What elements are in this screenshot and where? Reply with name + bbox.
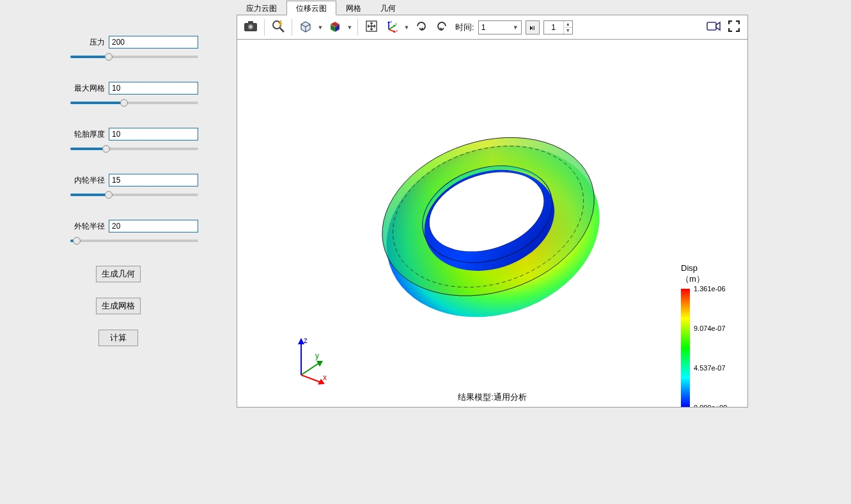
svg-line-30: [301, 375, 322, 383]
axis-orientation-button[interactable]: zyx: [382, 18, 402, 37]
legend-title: Disp （m）: [681, 263, 738, 285]
rotate-cw-button[interactable]: [412, 18, 431, 37]
inner-radius-slider[interactable]: [70, 190, 198, 199]
time-select[interactable]: 1 ▼: [478, 20, 522, 34]
svg-line-5: [280, 28, 284, 32]
max-mesh-input[interactable]: [109, 82, 198, 95]
xyz-axes-icon: zyx: [385, 19, 399, 35]
rotate-ccw-icon: [435, 20, 448, 34]
frame-spinner-down[interactable]: ▼: [564, 27, 572, 34]
transparency-dropdown[interactable]: ▼: [316, 18, 324, 37]
tab-geometry[interactable]: 几何: [371, 1, 405, 15]
legend-color-bar: [681, 289, 690, 408]
tire-thickness-label: 轮胎厚度: [74, 129, 105, 140]
max-mesh-label: 最大网格: [74, 83, 105, 94]
tab-stress[interactable]: 应力云图: [237, 1, 286, 15]
transparency-button[interactable]: [296, 18, 315, 37]
pressure-slider[interactable]: [70, 52, 198, 61]
tire-thickness-slider[interactable]: [70, 144, 198, 153]
outer-radius-slider[interactable]: [70, 236, 198, 245]
fullscreen-icon: [728, 20, 740, 34]
outer-radius-input[interactable]: [109, 220, 198, 233]
frame-spinner-input[interactable]: [544, 21, 563, 34]
axis-gizmo: z y x: [290, 335, 334, 386]
pressure-label: 压力: [90, 37, 105, 48]
parameters-panel: 压力 最大网格 轮胎厚度 内轮半径 外轮半径: [0, 0, 237, 504]
color-mode-button[interactable]: [325, 18, 345, 37]
record-button[interactable]: [704, 18, 723, 37]
svg-text:x: x: [396, 29, 398, 33]
fit-arrows-icon: [365, 20, 378, 34]
skip-end-icon: ⏯: [529, 24, 536, 31]
svg-point-4: [273, 21, 281, 29]
magnifier-lightning-icon: [271, 19, 285, 35]
time-select-value: 1: [481, 23, 486, 32]
inner-radius-label: 内轮半径: [74, 175, 105, 186]
tab-mesh[interactable]: 网格: [336, 1, 371, 15]
color-legend: Disp （m） 1.361e-06 9.074e-07 4.537e-07 0…: [681, 263, 738, 408]
svg-line-27: [301, 362, 320, 375]
compute-button[interactable]: 计算: [98, 330, 138, 346]
screenshot-button[interactable]: [241, 18, 260, 37]
zoom-extents-button[interactable]: [269, 18, 288, 37]
displacement-ring: [365, 103, 621, 359]
svg-rect-13: [707, 22, 716, 30]
fit-view-button[interactable]: [362, 18, 381, 37]
outer-radius-label: 外轮半径: [74, 221, 105, 232]
view-toolbar: ▼ ▼ zyx ▼: [237, 15, 748, 40]
svg-text:y: y: [395, 22, 397, 26]
svg-text:z: z: [304, 336, 308, 345]
frame-spinner[interactable]: ▲ ▼: [543, 20, 573, 34]
tire-thickness-input[interactable]: [109, 128, 198, 141]
svg-rect-1: [248, 21, 253, 24]
tab-bar: 应力云图 位移云图 网格 几何: [237, 0, 748, 15]
max-mesh-slider[interactable]: [70, 98, 198, 107]
legend-ticks: 1.361e-06 9.074e-07 4.537e-07 0.000e+00: [694, 289, 738, 408]
generate-mesh-button[interactable]: 生成网格: [96, 298, 141, 314]
inner-radius-input[interactable]: [109, 174, 198, 187]
time-label: 时间:: [455, 22, 474, 33]
pressure-input[interactable]: [109, 36, 198, 49]
camera-icon: [244, 20, 258, 34]
rotate-cw-icon: [415, 20, 428, 34]
svg-text:x: x: [323, 373, 327, 382]
main-area: 应力云图 位移云图 网格 几何 ▼: [237, 0, 748, 408]
color-mode-dropdown[interactable]: ▼: [346, 18, 354, 37]
transparent-cube-icon: [299, 19, 313, 35]
result-viewport[interactable]: z y x 结果模型:通用分析 Disp （m） 1.361e-06 9.074…: [237, 40, 748, 408]
rubik-cube-icon: [328, 19, 342, 35]
step-end-button[interactable]: ⏯: [526, 20, 540, 34]
svg-point-3: [249, 26, 252, 28]
rotate-ccw-button[interactable]: [432, 18, 451, 37]
frame-spinner-up[interactable]: ▲: [564, 21, 572, 28]
result-caption: 结果模型:通用分析: [237, 392, 747, 403]
generate-geometry-button[interactable]: 生成几何: [96, 266, 141, 282]
tab-displacement[interactable]: 位移云图: [286, 1, 336, 15]
axis-orientation-dropdown[interactable]: ▼: [403, 18, 410, 37]
video-camera-icon: [707, 21, 721, 33]
svg-text:y: y: [315, 351, 319, 360]
fullscreen-button[interactable]: [724, 18, 744, 37]
chevron-down-icon: ▼: [513, 24, 519, 31]
svg-text:z: z: [390, 20, 392, 24]
